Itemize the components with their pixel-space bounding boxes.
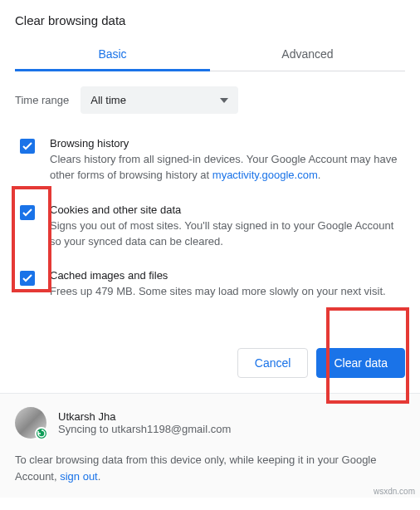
check-icon xyxy=(22,142,32,150)
clear-data-button[interactable]: Clear data xyxy=(316,348,405,378)
tab-advanced[interactable]: Advanced xyxy=(210,39,405,71)
profile-sync: Syncing to utkarsh1198@gmail.com xyxy=(58,423,231,435)
cancel-button[interactable]: Cancel xyxy=(237,348,309,378)
footer-note: To clear browsing data from this device … xyxy=(15,452,405,484)
option-desc: Clears history from all signed-in device… xyxy=(50,152,405,184)
avatar xyxy=(15,407,46,439)
checkbox-cookies[interactable] xyxy=(20,205,35,220)
chevron-down-icon xyxy=(220,98,228,103)
time-range-value: All time xyxy=(90,94,126,106)
profile-name: Utkarsh Jha xyxy=(58,410,231,423)
option-title: Cached images and files xyxy=(50,269,405,282)
option-browsing-history: Browsing history Clears history from all… xyxy=(15,137,405,184)
tabs: Basic Advanced xyxy=(15,39,405,71)
myactivity-link[interactable]: myactivity.google.com xyxy=(212,169,318,181)
check-icon xyxy=(22,208,32,217)
time-range-select[interactable]: All time xyxy=(81,86,238,114)
sync-icon xyxy=(35,427,48,440)
option-desc: Signs you out of most sites. You'll stay… xyxy=(50,218,405,250)
option-title: Browsing history xyxy=(50,137,405,150)
checkbox-cache[interactable] xyxy=(20,271,35,286)
watermark: wsxdn.com xyxy=(374,487,415,496)
checkbox-browsing-history[interactable] xyxy=(20,139,35,154)
option-cache: Cached images and files Frees up 479 MB.… xyxy=(15,269,405,300)
dialog-title: Clear browsing data xyxy=(15,13,405,27)
option-title: Cookies and other site data xyxy=(50,204,405,216)
sign-out-link[interactable]: sign out xyxy=(60,470,98,483)
option-desc: Frees up 479 MB. Some sites may load mor… xyxy=(50,284,405,300)
check-icon xyxy=(22,274,32,282)
option-cookies: Cookies and other site data Signs you ou… xyxy=(15,204,405,250)
tab-basic[interactable]: Basic xyxy=(15,39,210,71)
time-range-label: Time range xyxy=(15,94,69,106)
